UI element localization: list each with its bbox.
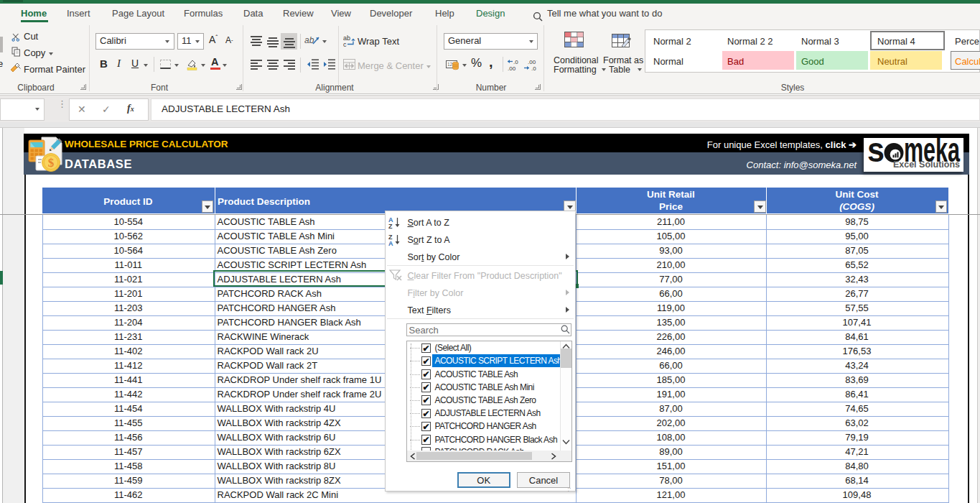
svg-text:.00: .00 — [528, 59, 536, 65]
svg-text:Excel Solutions: Excel Solutions — [893, 160, 960, 170]
svg-text:c: c — [343, 41, 347, 47]
svg-text:.0: .0 — [513, 59, 518, 65]
svg-text:A: A — [388, 240, 393, 246]
svg-text:Z: Z — [388, 223, 393, 229]
svg-text:.00: .00 — [508, 65, 516, 71]
svg-text:s: s — [867, 138, 885, 169]
svg-text:ab: ab — [304, 35, 314, 45]
svg-text:.0: .0 — [531, 65, 536, 71]
svg-text:$: $ — [48, 156, 55, 170]
